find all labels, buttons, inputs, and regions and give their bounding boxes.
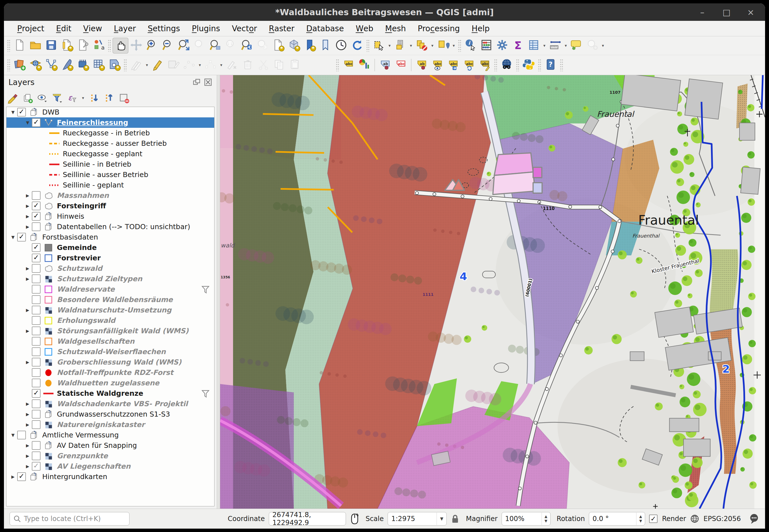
style-manager-button[interactable]: a (91, 38, 106, 53)
collapse-all-button[interactable] (102, 91, 116, 105)
measure-line-dropdown-icon[interactable]: ▾ (563, 38, 569, 53)
deselect-features-button[interactable] (414, 38, 430, 53)
pin-unpin-labels-button[interactable]: ab (414, 57, 430, 73)
layer-visibility-checkbox[interactable] (32, 399, 41, 408)
refresh-button[interactable] (349, 38, 365, 53)
layer-row-erholungswald[interactable]: Erholungswald (6, 315, 214, 326)
zoom-out-button[interactable] (160, 38, 176, 53)
layer-row-massnahmen[interactable]: ▶Massnahmen (6, 190, 214, 201)
layer-row-grundwasserschutzzonen-s1-s3[interactable]: ▶Grundwasserschutzzonen S1-S3 (6, 409, 214, 419)
vertex-tool-dropdown-icon[interactable]: ▾ (218, 57, 224, 73)
select-by-location-dropdown-icon[interactable]: ▾ (451, 38, 457, 53)
crs-globe-icon[interactable] (690, 514, 699, 524)
add-wms-layer-button[interactable]: * (28, 57, 43, 73)
layer-row-besondere-waldlebensr-ume[interactable]: Besondere Waldlebensräume (6, 294, 214, 305)
zoom-to-layer-button[interactable] (207, 38, 223, 53)
menu-item-processing[interactable]: Processing (412, 21, 466, 36)
layer-row-rueckegasse-ausser-betrieb[interactable]: Rueckegasse - ausser Betrieb (6, 138, 214, 149)
expand-arrow-icon[interactable]: ▶ (23, 401, 32, 406)
coordinate-box[interactable]: 2674741.8, 1229492.9 (269, 512, 346, 526)
collapse-arrow-icon[interactable]: ▼ (9, 110, 17, 115)
manage-themes-button[interactable] (35, 91, 49, 105)
select-by-value-button[interactable] (392, 38, 408, 53)
rotation-spin-icons[interactable]: ▲▼ (636, 513, 645, 525)
layer-row-schutzwald-zieltypen[interactable]: ▶Schutzwald Zieltypen (6, 274, 214, 284)
collapse-arrow-icon[interactable]: ▼ (23, 120, 32, 125)
help-contents-button[interactable]: ? (543, 57, 558, 73)
layer-visibility-checkbox[interactable]: ✓ (32, 212, 41, 221)
open-layer-styling-button[interactable] (6, 91, 20, 105)
select-features-button[interactable] (371, 38, 387, 53)
layer-row-gemeinde[interactable]: ✓Gemeinde (6, 242, 214, 253)
expand-arrow-icon[interactable]: ▶ (23, 266, 32, 271)
layer-row-seillinie-geplant[interactable]: Seillinie - geplant (6, 180, 214, 190)
expand-arrow-icon[interactable]: ▶ (23, 276, 32, 281)
layer-row-notfall-treffpunkte-rdz-forst[interactable]: Notfall-Treffpunkte RDZ-Forst (6, 367, 214, 378)
layer-row-waldgesellschaften[interactable]: Waldgesellschaften (6, 336, 214, 347)
expand-arrow-icon[interactable]: ▶ (23, 422, 32, 427)
layer-row-waldreservate[interactable]: Waldreservate (6, 284, 214, 294)
layer-row-forstrevier[interactable]: ✓Forstrevier (6, 253, 214, 263)
rotation-spinbox[interactable]: 0.0 ° ▲▼ (589, 512, 645, 526)
layer-row-naturereigniskataster[interactable]: ▶Naturereigniskataster (6, 419, 214, 430)
layer-visibility-checkbox[interactable] (32, 358, 41, 366)
deselect-features-dropdown-icon[interactable]: ▾ (430, 38, 435, 53)
identify-features-button[interactable]: i (463, 38, 479, 53)
expand-all-button[interactable] (88, 91, 101, 105)
highlight-pinned-labels-button[interactable]: abc (393, 57, 409, 73)
layer-row-amtliche-vermessung[interactable]: ▼Amtliche Vermessung (6, 430, 214, 440)
expand-arrow-icon[interactable]: ▶ (9, 474, 17, 479)
zoom-in-button[interactable] (144, 38, 160, 53)
layer-row-groberschliessung-wald-wms[interactable]: ▶Groberschliessung Wald (WMS) (6, 357, 214, 367)
coordinate-mouse-icon[interactable] (350, 513, 359, 524)
processing-toolbox-button[interactable] (494, 38, 510, 53)
layer-row-rueckegasse-geplant[interactable]: Rueckegasse - geplant (6, 149, 214, 159)
show-hide-labels-button[interactable]: abc (430, 57, 445, 73)
measure-line-button[interactable] (547, 38, 563, 53)
menu-item-raster[interactable]: Raster (263, 21, 300, 36)
expand-arrow-icon[interactable]: ▶ (23, 464, 32, 469)
current-edits-dropdown-icon[interactable]: ▾ (144, 57, 150, 73)
layer-visibility-checkbox[interactable] (32, 368, 41, 377)
expand-arrow-icon[interactable]: ▶ (23, 224, 32, 229)
layer-visibility-checkbox[interactable] (32, 274, 41, 283)
close-button[interactable]: × (746, 7, 755, 17)
expand-arrow-icon[interactable]: ▶ (23, 214, 32, 219)
maximize-button[interactable]: □ (722, 7, 731, 17)
layer-visibility-checkbox[interactable]: ✓ (32, 462, 41, 471)
add-delimited-layer-button[interactable]: * (59, 57, 75, 73)
expand-arrow-icon[interactable]: ▶ (23, 204, 32, 209)
menu-item-database[interactable]: Database (300, 21, 350, 36)
new-project-button[interactable] (12, 38, 28, 53)
save-project-button[interactable] (43, 38, 59, 53)
panel-close-icon[interactable] (204, 78, 212, 86)
layer-visibility-checkbox[interactable]: ✓ (32, 202, 41, 210)
layer-row-forsteingriff[interactable]: ▶✓Forsteingriff (6, 201, 214, 211)
scale-dropdown-icon[interactable]: ▼ (437, 513, 446, 525)
panel-splitter[interactable] (217, 75, 220, 509)
layer-visibility-checkbox[interactable] (32, 222, 41, 231)
layer-row-forstbasisdaten[interactable]: ▼✓Forstbasisdaten (6, 232, 214, 242)
expand-arrow-icon[interactable]: ▶ (23, 453, 32, 459)
magnifier-spin-icons[interactable]: ▲▼ (542, 513, 550, 525)
show-statistics-button[interactable]: Σ (510, 38, 526, 53)
layer-row-feinerschliessung[interactable]: ▼✓Feinerschliessung (6, 117, 214, 128)
layer-visibility-checkbox[interactable] (32, 420, 41, 429)
select-by-value-dropdown-icon[interactable]: ▾ (408, 38, 414, 53)
layer-visibility-checkbox[interactable]: ✓ (32, 389, 41, 398)
panel-float-icon[interactable] (193, 78, 201, 86)
remove-layer-button[interactable] (117, 91, 131, 105)
add-postgis-layer-button[interactable]: * (106, 57, 122, 73)
new-map-view-button[interactable]: * (270, 38, 286, 53)
layer-visibility-checkbox[interactable] (32, 295, 41, 304)
rotate-label-button[interactable]: abc (461, 57, 477, 73)
menu-item-project[interactable]: Project (11, 21, 50, 36)
collapse-arrow-icon[interactable]: ▼ (9, 235, 17, 240)
move-label-button[interactable]: abc (445, 57, 461, 73)
layer-visibility-checkbox[interactable] (32, 285, 41, 294)
layer-row-schutzwald-weiserflaechen[interactable]: Schutzwald-Weiserflaechen (6, 347, 214, 357)
layer-visibility-checkbox[interactable]: ✓ (17, 108, 26, 117)
map-tips-button[interactable] (569, 38, 584, 53)
layer-visibility-checkbox[interactable] (32, 191, 41, 200)
expand-arrow-icon[interactable]: ▶ (23, 193, 32, 198)
